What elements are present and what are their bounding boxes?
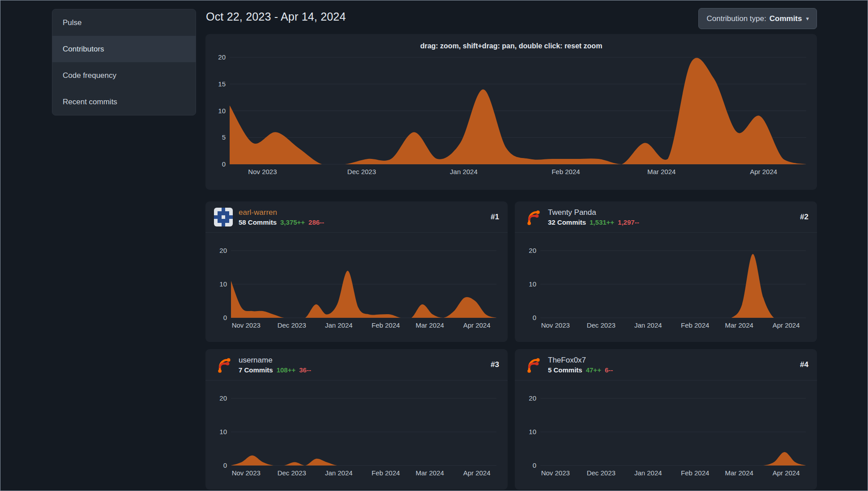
commit-count: 58 Commits — [239, 218, 277, 226]
contributor-commits-chart[interactable]: 01020Nov 2023Dec 2023Jan 2024Feb 2024Mar… — [205, 233, 508, 342]
contributor-cards-grid: earl-warren 58 Commits 3,375++ 286-- #1 … — [205, 201, 817, 490]
y-axis-tick-label: 0 — [533, 461, 536, 469]
contributor-card: earl-warren 58 Commits 3,375++ 286-- #1 … — [205, 201, 508, 342]
contributor-name: username — [239, 356, 311, 365]
contributor-stats: 32 Commits 1,531++ 1,297-- — [548, 218, 639, 226]
x-axis-tick-label: Apr 2024 — [463, 321, 491, 329]
contributor-name-link[interactable]: earl-warren — [239, 208, 324, 217]
contributor-card: TheFox0x7 5 Commits 47++ 6-- #4 01020Nov… — [515, 349, 817, 490]
contributor-stats: 7 Commits 108++ 36-- — [239, 366, 311, 374]
sidebar-item-recent-commits[interactable]: Recent commits — [52, 89, 196, 115]
y-axis-tick-label: 10 — [219, 428, 227, 435]
x-axis-tick-label: Dec 2023 — [587, 469, 616, 477]
commits-area-series — [231, 271, 496, 318]
contributor-rank: #2 — [800, 213, 808, 222]
x-axis-tick-label: Jan 2024 — [634, 321, 662, 329]
x-axis-tick-label: Apr 2024 — [773, 469, 800, 477]
x-axis-tick-label: Dec 2023 — [347, 168, 376, 175]
contribution-type-value: Commits — [770, 14, 802, 23]
y-axis-tick-label: 5 — [222, 133, 226, 141]
x-axis-tick-label: Jan 2024 — [325, 469, 353, 477]
contribution-type-dropdown[interactable]: Contribution type: Commits ▾ — [698, 8, 817, 29]
deletions-count: 286-- — [308, 218, 324, 226]
sidebar-item-pulse[interactable]: Pulse — [52, 9, 196, 36]
additions-count: 108++ — [277, 366, 296, 374]
x-axis-tick-label: Apr 2024 — [463, 469, 491, 477]
x-axis-tick-label: Feb 2024 — [681, 321, 709, 329]
commits-area-series — [540, 452, 806, 465]
contributor-card: Twenty Panda 32 Commits 1,531++ 1,297-- … — [515, 201, 817, 342]
commits-area-series — [230, 58, 806, 164]
x-axis-tick-label: Apr 2024 — [773, 321, 800, 329]
identicon-avatar — [214, 208, 233, 226]
x-axis-tick-label: Nov 2023 — [248, 168, 277, 175]
y-axis-tick-label: 0 — [223, 314, 227, 321]
y-axis-tick-label: 0 — [223, 461, 227, 469]
contributor-stats: 58 Commits 3,375++ 286-- — [239, 218, 324, 226]
contributor-identity: earl-warren 58 Commits 3,375++ 286-- — [239, 208, 324, 226]
chart-zoom-hint: drag: zoom, shift+drag: pan, double clic… — [205, 34, 817, 50]
contributor-stats: 5 Commits 47++ 6-- — [548, 366, 613, 374]
contributor-rank: #4 — [800, 360, 808, 369]
x-axis-tick-label: Feb 2024 — [681, 469, 709, 477]
x-axis-tick-label: Nov 2023 — [541, 321, 570, 329]
x-axis-tick-label: Feb 2024 — [372, 469, 400, 477]
y-axis-tick-label: 10 — [218, 107, 226, 115]
x-axis-tick-label: Feb 2024 — [372, 321, 400, 329]
contributor-identity: Twenty Panda 32 Commits 1,531++ 1,297-- — [548, 208, 639, 226]
contributor-commits-chart[interactable]: 01020Nov 2023Dec 2023Jan 2024Feb 2024Mar… — [515, 380, 817, 490]
commit-count: 5 Commits — [548, 366, 582, 374]
overall-commits-panel: drag: zoom, shift+drag: pan, double clic… — [205, 34, 817, 190]
x-axis-tick-label: Nov 2023 — [541, 469, 570, 477]
x-axis-tick-label: Jan 2024 — [450, 168, 478, 175]
y-axis-tick-label: 10 — [529, 428, 536, 435]
y-axis-tick-label: 0 — [533, 314, 536, 321]
y-axis-tick-label: 20 — [218, 53, 226, 61]
x-axis-tick-label: Dec 2023 — [278, 321, 306, 329]
sidebar-item-code-frequency[interactable]: Code frequency — [52, 62, 196, 89]
y-axis-tick-label: 20 — [529, 394, 536, 402]
contributor-name: Twenty Panda — [548, 208, 639, 217]
x-axis-tick-label: Mar 2024 — [725, 321, 753, 329]
x-axis-tick-label: Apr 2024 — [750, 168, 777, 175]
x-axis-tick-label: Nov 2023 — [232, 469, 261, 477]
contributor-rank: #3 — [491, 360, 499, 369]
x-axis-tick-label: Dec 2023 — [278, 469, 306, 477]
x-axis-tick-label: Mar 2024 — [647, 168, 676, 175]
activity-sidebar: Pulse Contributors Code frequency Recent… — [52, 9, 196, 115]
x-axis-tick-label: Mar 2024 — [415, 321, 444, 329]
x-axis-tick-label: Feb 2024 — [552, 168, 580, 175]
y-axis-tick-label: 10 — [529, 280, 536, 288]
contributor-name: TheFox0x7 — [548, 356, 613, 365]
y-axis-tick-label: 20 — [529, 247, 536, 254]
contributor-commits-chart[interactable]: 01020Nov 2023Dec 2023Jan 2024Feb 2024Mar… — [205, 380, 508, 490]
repo-activity-contributors-page: Pulse Contributors Code frequency Recent… — [0, 0, 868, 491]
x-axis-tick-label: Mar 2024 — [725, 469, 753, 477]
x-axis-tick-label: Mar 2024 — [415, 469, 444, 477]
additions-count: 1,531++ — [590, 218, 614, 226]
forgejo-logo-avatar — [214, 355, 233, 374]
x-axis-tick-label: Dec 2023 — [587, 321, 616, 329]
x-axis-tick-label: Nov 2023 — [232, 321, 261, 329]
chevron-down-icon: ▾ — [806, 15, 809, 22]
x-axis-tick-label: Jan 2024 — [325, 321, 353, 329]
commit-count: 32 Commits — [548, 218, 586, 226]
contributor-card: username 7 Commits 108++ 36-- #3 01020No… — [205, 349, 508, 490]
contributor-identity: username 7 Commits 108++ 36-- — [239, 356, 311, 374]
commit-count: 7 Commits — [239, 366, 273, 374]
contributor-card-header: Twenty Panda 32 Commits 1,531++ 1,297-- … — [515, 201, 817, 233]
overall-commits-area-chart[interactable]: 05101520Nov 2023Dec 2023Jan 2024Feb 2024… — [205, 50, 817, 190]
contributor-card-header: earl-warren 58 Commits 3,375++ 286-- #1 — [205, 201, 508, 233]
commits-area-series — [540, 254, 806, 318]
deletions-count: 1,297-- — [618, 218, 639, 226]
additions-count: 47++ — [586, 366, 601, 374]
contributors-content: Oct 22, 2023 - Apr 14, 2024 Contribution… — [205, 0, 817, 490]
forgejo-logo-avatar — [523, 208, 542, 226]
deletions-count: 6-- — [605, 366, 613, 374]
content-header: Oct 22, 2023 - Apr 14, 2024 Contribution… — [205, 0, 817, 34]
sidebar-item-contributors[interactable]: Contributors — [52, 36, 196, 62]
additions-count: 3,375++ — [280, 218, 305, 226]
contributor-commits-chart[interactable]: 01020Nov 2023Dec 2023Jan 2024Feb 2024Mar… — [515, 233, 817, 342]
contributor-card-header: username 7 Commits 108++ 36-- #3 — [205, 349, 508, 380]
contribution-type-label: Contribution type: — [706, 14, 766, 23]
